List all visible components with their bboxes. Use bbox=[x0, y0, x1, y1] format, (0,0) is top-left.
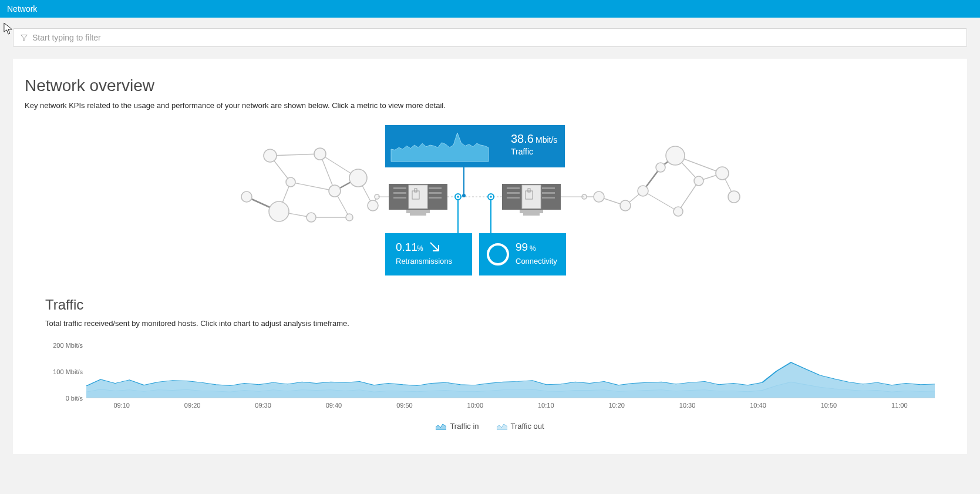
svg-point-44 bbox=[666, 146, 685, 165]
svg-line-2 bbox=[270, 154, 320, 156]
svg-rect-56 bbox=[409, 185, 427, 209]
traffic-title: Traffic bbox=[45, 297, 955, 313]
svg-point-81 bbox=[462, 194, 466, 197]
svg-point-41 bbox=[620, 200, 631, 211]
kpi-connectivity-card[interactable]: 99%Connectivity bbox=[479, 233, 566, 275]
svg-rect-66 bbox=[542, 192, 555, 194]
svg-rect-92 bbox=[479, 233, 566, 275]
svg-text:38.6: 38.6 bbox=[511, 132, 534, 145]
svg-rect-51 bbox=[393, 192, 406, 194]
svg-line-33 bbox=[678, 181, 699, 211]
filter-icon bbox=[21, 34, 28, 41]
kpi-retransmissions-card[interactable]: 0.11%Retransmissions bbox=[385, 233, 472, 275]
svg-point-20 bbox=[314, 148, 326, 160]
svg-point-48 bbox=[728, 191, 740, 203]
page-title: Network bbox=[7, 4, 37, 14]
overview-title: Network overview bbox=[25, 76, 955, 95]
svg-point-21 bbox=[329, 185, 341, 197]
app-header: Network bbox=[0, 0, 980, 18]
svg-point-16 bbox=[264, 149, 277, 162]
svg-text:Connectivity: Connectivity bbox=[516, 257, 557, 266]
svg-point-15 bbox=[241, 191, 252, 202]
svg-rect-67 bbox=[542, 197, 555, 199]
svg-rect-50 bbox=[393, 187, 406, 189]
legend-traffic-in[interactable]: Traffic in bbox=[436, 422, 479, 431]
svg-rect-54 bbox=[429, 192, 442, 194]
svg-line-5 bbox=[291, 182, 335, 191]
svg-point-43 bbox=[656, 163, 665, 172]
svg-point-23 bbox=[349, 169, 367, 187]
svg-rect-60 bbox=[410, 213, 426, 216]
svg-rect-71 bbox=[520, 210, 543, 213]
filter-input[interactable] bbox=[32, 33, 959, 42]
svg-rect-55 bbox=[429, 197, 442, 199]
svg-point-45 bbox=[673, 207, 683, 216]
svg-rect-72 bbox=[523, 213, 540, 216]
svg-text:Traffic: Traffic bbox=[511, 147, 533, 156]
svg-rect-52 bbox=[393, 197, 406, 199]
traffic-subtitle: Total traffic received/sent by monitored… bbox=[45, 319, 955, 328]
svg-rect-63 bbox=[507, 192, 520, 194]
svg-line-31 bbox=[643, 191, 678, 211]
svg-rect-62 bbox=[507, 187, 520, 189]
cursor-icon bbox=[4, 22, 14, 35]
svg-text:Mbit/s: Mbit/s bbox=[536, 135, 557, 144]
svg-text:%: % bbox=[417, 244, 423, 253]
svg-point-47 bbox=[716, 167, 729, 180]
kpi-traffic-card[interactable]: 38.6Mbit/sTraffic bbox=[385, 125, 565, 167]
svg-rect-65 bbox=[542, 187, 555, 189]
network-diagram: 38.6Mbit/sTraffic0.11%Retransmissions99%… bbox=[25, 120, 955, 279]
svg-rect-68 bbox=[522, 185, 541, 209]
svg-text:0.11: 0.11 bbox=[396, 241, 417, 253]
svg-point-18 bbox=[286, 177, 295, 187]
svg-point-22 bbox=[346, 214, 353, 221]
overview-subtitle: Key network KPIs related to the usage an… bbox=[25, 101, 955, 110]
main-panel: Network overview Key network KPIs relate… bbox=[13, 59, 967, 454]
legend-traffic-out[interactable]: Traffic out bbox=[497, 422, 544, 431]
svg-point-40 bbox=[594, 191, 604, 202]
svg-point-77 bbox=[490, 196, 492, 198]
svg-rect-88 bbox=[385, 233, 472, 275]
svg-text:%: % bbox=[530, 244, 536, 253]
svg-point-19 bbox=[307, 213, 316, 222]
svg-point-17 bbox=[269, 201, 289, 221]
svg-point-42 bbox=[638, 186, 648, 196]
svg-point-24 bbox=[368, 200, 378, 211]
svg-point-46 bbox=[694, 176, 703, 186]
traffic-chart[interactable]: 200 Mbit/s100 Mbit/s0 bit/s 09:1009:2009… bbox=[45, 345, 935, 431]
filter-bar[interactable] bbox=[13, 28, 967, 47]
svg-point-76 bbox=[457, 196, 459, 198]
svg-text:99: 99 bbox=[516, 241, 528, 253]
svg-text:Retransmissions: Retransmissions bbox=[396, 257, 453, 266]
svg-rect-64 bbox=[507, 197, 520, 199]
svg-rect-59 bbox=[406, 210, 430, 213]
svg-rect-53 bbox=[429, 187, 442, 189]
